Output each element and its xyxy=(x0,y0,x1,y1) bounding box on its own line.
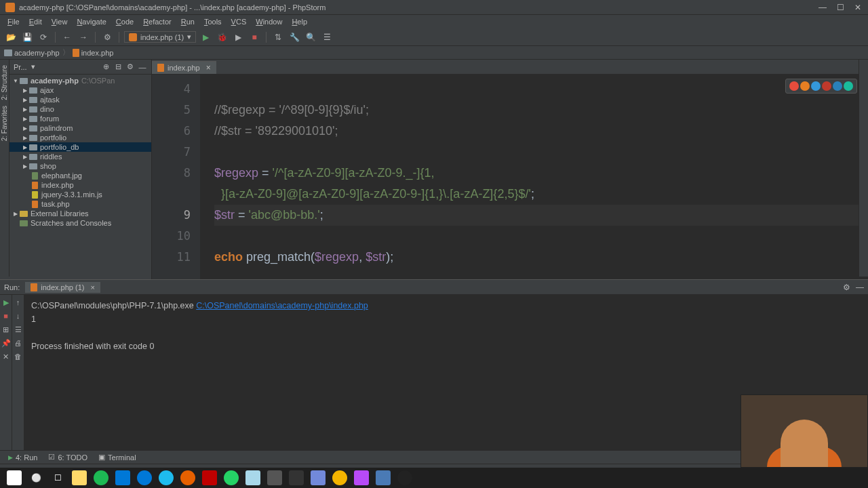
minimize-button[interactable]: — xyxy=(818,3,827,12)
breadcrumb-project[interactable]: academy-php xyxy=(4,49,60,57)
menu-code[interactable]: Code xyxy=(111,18,138,26)
script-link[interactable]: C:\OSPanel\domains\academy-php\index.php xyxy=(196,301,368,310)
menu-vcs[interactable]: VCS xyxy=(226,18,252,26)
tree-folder[interactable]: ▶palindrom xyxy=(9,123,151,133)
tree-folder[interactable]: ▶ajax xyxy=(9,85,151,95)
ie-icon[interactable] xyxy=(833,81,842,91)
expand-arrow-icon[interactable]: ▶ xyxy=(22,87,28,94)
spotify-icon[interactable] xyxy=(91,468,111,487)
expand-arrow-icon[interactable]: ▶ xyxy=(22,116,28,122)
menu-file[interactable]: File xyxy=(3,18,24,26)
stop-icon[interactable]: ■ xyxy=(248,30,261,44)
menu-navigate[interactable]: Navigate xyxy=(72,18,111,26)
tree-folder[interactable]: ▶shop xyxy=(9,161,151,171)
compile-icon[interactable]: ⚙ xyxy=(100,30,114,44)
project-tree[interactable]: ▼ academy-php C:\OSPan ▶ajax▶ajtask▶dino… xyxy=(9,75,151,229)
explorer-icon[interactable] xyxy=(69,468,90,487)
status-run[interactable]: ▶4: Run xyxy=(4,453,41,462)
opera-icon[interactable] xyxy=(822,81,831,91)
tree-file[interactable]: elephant.jpg xyxy=(9,171,151,180)
safari-icon[interactable] xyxy=(811,81,821,91)
phpstorm-icon[interactable] xyxy=(351,468,372,487)
rerun-icon[interactable]: ▶ xyxy=(1,298,11,307)
gear-icon[interactable]: ⚙ xyxy=(125,62,135,72)
refresh-icon[interactable]: ⟳ xyxy=(37,30,50,44)
pin-icon[interactable]: 📌 xyxy=(1,338,11,348)
chrome-icon[interactable] xyxy=(789,81,799,91)
whatsapp-icon[interactable] xyxy=(221,468,241,487)
menu-refactor[interactable]: Refactor xyxy=(138,18,176,26)
wrap-icon[interactable]: ☰ xyxy=(14,325,23,334)
calculator-icon[interactable] xyxy=(264,468,285,487)
structure-icon[interactable]: ☰ xyxy=(320,30,334,44)
firefox-icon[interactable] xyxy=(800,81,810,91)
status-terminal[interactable]: ▣Terminal xyxy=(94,453,140,462)
expand-arrow-icon[interactable]: ▶ xyxy=(22,135,28,141)
expand-arrow-icon[interactable]: ▶ xyxy=(22,154,28,160)
collapse-icon[interactable]: ⊟ xyxy=(113,62,123,72)
coverage-icon[interactable]: ▶ xyxy=(231,30,245,44)
tree-folder[interactable]: ▶dino xyxy=(9,104,151,114)
open-icon[interactable]: 📂 xyxy=(4,30,18,44)
scratches[interactable]: Scratches and Consoles xyxy=(9,218,151,228)
close-tab-icon[interactable]: × xyxy=(90,283,94,291)
filezilla-icon[interactable] xyxy=(199,468,220,487)
down-icon[interactable]: ↓ xyxy=(14,311,23,321)
terminal-icon[interactable] xyxy=(286,468,307,487)
vcs-icon[interactable]: ⇅ xyxy=(271,30,285,44)
expand-arrow-icon[interactable]: ▶ xyxy=(22,106,28,113)
dropdown-icon[interactable]: ▾ xyxy=(31,62,35,71)
expand-arrow-icon[interactable]: ▶ xyxy=(22,125,28,131)
expand-arrow-icon[interactable]: ▶ xyxy=(22,163,28,169)
expand-arrow-icon[interactable]: ▼ xyxy=(12,78,19,84)
scroll-from-source-icon[interactable]: ⊕ xyxy=(101,62,111,72)
tree-file[interactable]: task.php xyxy=(9,199,151,209)
run-config-dropdown[interactable]: index.php (1) ▾ xyxy=(124,31,196,43)
app-icon[interactable] xyxy=(373,468,393,487)
expand-arrow-icon[interactable]: ▶ xyxy=(22,97,28,103)
external-libraries[interactable]: ▶ External Libraries xyxy=(9,209,151,218)
editor-tab-index[interactable]: index.php × xyxy=(152,61,216,74)
up-icon[interactable]: ↑ xyxy=(14,298,23,307)
tree-folder[interactable]: ▶ajtask xyxy=(9,95,151,104)
menu-tools[interactable]: Tools xyxy=(199,18,226,26)
settings-icon[interactable]: ⚙ xyxy=(843,283,850,292)
forward-icon[interactable]: → xyxy=(77,30,90,44)
code-editor[interactable]: 4 5 6 7 8 9 10 11 xyxy=(152,75,868,279)
stop-icon[interactable]: ■ xyxy=(1,311,11,321)
hide-icon[interactable]: — xyxy=(856,283,864,292)
delete-icon[interactable]: 🗑 xyxy=(14,352,23,361)
tree-folder[interactable]: ▶forum xyxy=(9,114,151,123)
breadcrumb-file[interactable]: index.php xyxy=(73,49,114,57)
expand-arrow-icon[interactable]: ▶ xyxy=(22,144,28,150)
settings-icon[interactable]: 🔧 xyxy=(288,30,301,44)
maximize-button[interactable]: ☐ xyxy=(835,3,845,12)
run-tab[interactable]: index.php (1) × xyxy=(25,282,100,293)
tree-folder[interactable]: ▶portfolio_db xyxy=(9,142,151,152)
task-view-button[interactable]: ☐ xyxy=(47,468,68,487)
tree-file[interactable]: jquery-3.3.1.min.js xyxy=(9,190,151,199)
layout-icon[interactable]: ⊞ xyxy=(1,325,11,334)
edge-icon[interactable] xyxy=(134,468,155,487)
start-button[interactable] xyxy=(4,468,24,487)
hide-icon[interactable]: — xyxy=(138,62,147,72)
menu-view[interactable]: View xyxy=(47,18,73,26)
structure-tool-button[interactable]: 2: Structure xyxy=(1,62,8,103)
ie-icon[interactable] xyxy=(156,468,176,487)
tree-root[interactable]: ▼ academy-php C:\OSPan xyxy=(9,76,151,85)
firefox-icon[interactable] xyxy=(178,468,198,487)
save-icon[interactable]: 💾 xyxy=(20,30,34,44)
close-icon[interactable]: ✕ xyxy=(1,352,11,361)
menu-edit[interactable]: Edit xyxy=(24,18,47,26)
run-button[interactable]: ▶ xyxy=(199,30,212,44)
search-icon[interactable]: 🔍 xyxy=(304,30,317,44)
expand-arrow-icon[interactable]: ▶ xyxy=(12,211,19,217)
back-icon[interactable]: ← xyxy=(60,30,74,44)
tree-folder[interactable]: ▶portfolio xyxy=(9,133,151,142)
favorites-tool-button[interactable]: 2: Favorites xyxy=(1,103,8,144)
debug-button[interactable]: 🐞 xyxy=(215,30,229,44)
vscode-icon[interactable] xyxy=(113,468,133,487)
close-tab-icon[interactable]: × xyxy=(206,63,211,73)
notepad-icon[interactable] xyxy=(243,468,263,487)
discord-icon[interactable] xyxy=(308,468,328,487)
